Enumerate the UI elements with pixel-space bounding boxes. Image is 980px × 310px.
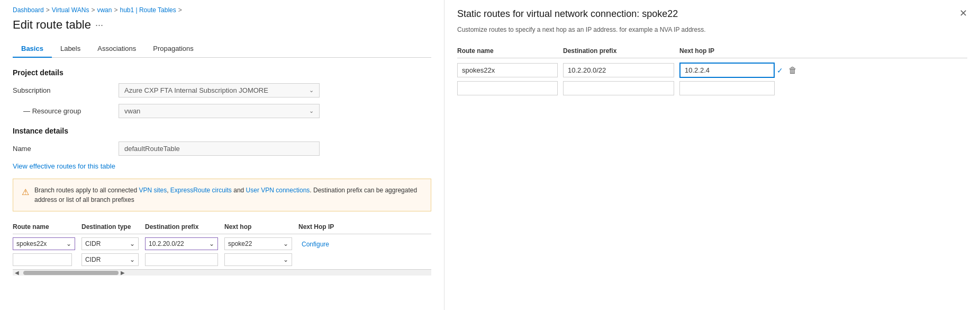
- next-hop-select-2[interactable]: ⌄: [224, 253, 292, 266]
- dest-prefix-input-2[interactable]: [145, 253, 218, 266]
- page-title: Edit route table: [13, 18, 91, 32]
- breadcrumb-vwan[interactable]: vwan: [97, 6, 112, 14]
- route-row-2: CIDR ⌄ ⌄: [13, 253, 431, 266]
- warning-icon: ⚠: [22, 186, 29, 199]
- expressroute-circuits-link[interactable]: ExpressRoute circuits: [170, 187, 232, 194]
- name-row: Name defaultRouteTable: [13, 141, 431, 156]
- subscription-row: Subscription Azure CXP FTA Internal Subs…: [13, 83, 431, 98]
- panel-next-hop-input-2[interactable]: [679, 81, 775, 95]
- route-name-chevron-icon: ⌄: [66, 240, 71, 247]
- panel-row-1: ✓ 🗑: [457, 63, 967, 78]
- scrollbar-thumb[interactable]: [23, 271, 119, 275]
- dest-type-header: Destination type: [81, 223, 145, 231]
- panel-route-name-header: Route name: [457, 47, 563, 55]
- panel-title: Static routes for virtual network connec…: [457, 8, 678, 20]
- dest-prefix-chevron-icon: ⌄: [209, 240, 214, 247]
- resource-group-row: — Resource group vwan ⌄: [13, 104, 431, 118]
- vpn-sites-link[interactable]: VPN sites: [139, 187, 167, 194]
- dest-type-value-2: CIDR: [85, 256, 101, 263]
- tab-propagations[interactable]: Propagations: [144, 40, 202, 58]
- tab-labels[interactable]: Labels: [52, 40, 89, 58]
- tab-basics[interactable]: Basics: [13, 40, 52, 58]
- next-hop-select-1[interactable]: spoke22 ⌄: [224, 237, 292, 250]
- panel-dest-prefix-header: Destination prefix: [563, 47, 679, 55]
- next-hop-2-chevron-icon: ⌄: [283, 256, 288, 263]
- breadcrumb: Dashboard > Virtual WANs > vwan > hub1 |…: [13, 0, 431, 18]
- delete-button-1[interactable]: 🗑: [785, 66, 800, 75]
- left-panel: Dashboard > Virtual WANs > vwan > hub1 |…: [0, 0, 444, 310]
- breadcrumb-hub1-route-tables[interactable]: hub1 | Route Tables: [120, 6, 176, 14]
- panel-route-name-input-2[interactable]: [457, 81, 558, 95]
- configure-link-1[interactable]: Configure: [298, 238, 332, 250]
- dest-type-select-1[interactable]: CIDR ⌄: [81, 237, 139, 250]
- tabs-container: Basics Labels Associations Propagations: [13, 40, 431, 58]
- route-name-value-1: spokes22x: [16, 240, 47, 247]
- dest-prefix-select-1[interactable]: 10.2.20.0/22 ⌄: [145, 237, 218, 250]
- indent-dash: —: [23, 107, 32, 115]
- breadcrumb-virtual-wans[interactable]: Virtual WANs: [52, 6, 89, 14]
- dest-prefix-header: Destination prefix: [145, 223, 224, 231]
- resource-group-select[interactable]: vwan ⌄: [119, 104, 320, 118]
- panel-row-2: [457, 81, 967, 95]
- name-label: Name: [13, 145, 119, 153]
- subscription-label: Subscription: [13, 86, 119, 94]
- right-panel: Static routes for virtual network connec…: [444, 0, 980, 310]
- dest-type-2-chevron-icon: ⌄: [130, 256, 135, 263]
- route-name-header: Route name: [13, 223, 81, 231]
- more-options-button[interactable]: ···: [95, 20, 103, 31]
- resource-group-chevron-icon: ⌄: [309, 108, 314, 114]
- instance-details-heading: Instance details: [13, 127, 431, 135]
- user-vpn-connections-link[interactable]: User VPN connections: [246, 187, 310, 194]
- panel-next-hop-input-1[interactable]: [679, 63, 775, 78]
- breadcrumb-dashboard[interactable]: Dashboard: [13, 6, 44, 14]
- routes-table-header: Route name Destination type Destination …: [13, 220, 431, 234]
- dest-type-chevron-icon: ⌄: [130, 240, 135, 247]
- page-title-container: Edit route table ···: [13, 18, 431, 32]
- subscription-select[interactable]: Azure CXP FTA Internal Subscription JOMO…: [119, 83, 320, 98]
- next-hop-value-1: spoke22: [228, 240, 252, 247]
- route-name-input-2[interactable]: [13, 253, 72, 266]
- horizontal-scrollbar[interactable]: ◀ ▶: [13, 269, 431, 276]
- dest-type-value-1: CIDR: [85, 240, 101, 247]
- scroll-left-icon[interactable]: ◀: [13, 270, 21, 276]
- subscription-chevron-icon: ⌄: [309, 87, 314, 94]
- dest-type-select-2[interactable]: CIDR ⌄: [81, 253, 139, 266]
- name-field: defaultRouteTable: [119, 141, 320, 156]
- panel-dest-prefix-input-2[interactable]: [563, 81, 674, 95]
- next-hop-ip-header: Next Hop IP: [298, 223, 351, 231]
- tab-associations[interactable]: Associations: [89, 40, 144, 58]
- next-hop-header: Next hop: [224, 223, 298, 231]
- project-details-heading: Project details: [13, 68, 431, 77]
- panel-table-header: Route name Destination prefix Next hop I…: [457, 44, 967, 58]
- check-button-1[interactable]: ✓: [775, 66, 785, 75]
- panel-subtitle: Customize routes to specify a next hop a…: [457, 26, 967, 33]
- view-effective-routes-link[interactable]: View effective routes for this table: [13, 162, 115, 170]
- panel-header: Static routes for virtual network connec…: [457, 8, 967, 20]
- subscription-value: Azure CXP FTA Internal Subscription JOMO…: [124, 86, 268, 94]
- resource-group-label: — Resource group: [13, 107, 119, 115]
- route-name-select-1[interactable]: spokes22x ⌄: [13, 237, 75, 250]
- warning-text: Branch routes apply to all connected VPN…: [34, 185, 422, 205]
- dest-prefix-value-1: 10.2.20.0/22: [149, 240, 184, 247]
- next-hop-chevron-icon: ⌄: [283, 240, 288, 247]
- panel-next-hop-header: Next hop IP: [679, 47, 967, 55]
- route-row-1: spokes22x ⌄ CIDR ⌄ 10.2.20.0/22 ⌄ spoke2…: [13, 237, 431, 250]
- panel-dest-prefix-input-1[interactable]: [563, 63, 674, 77]
- warning-box: ⚠ Branch routes apply to all connected V…: [13, 179, 431, 211]
- panel-route-name-input-1[interactable]: [457, 63, 558, 77]
- close-button[interactable]: ✕: [959, 8, 967, 18]
- resource-group-value: vwan: [124, 107, 140, 115]
- scroll-right-icon[interactable]: ▶: [119, 270, 127, 276]
